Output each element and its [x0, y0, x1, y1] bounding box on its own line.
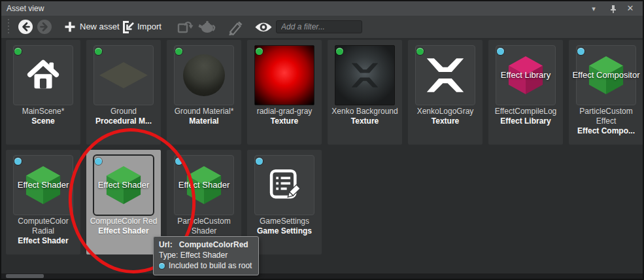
asset-type: Effect Library [489, 116, 562, 126]
asset-tile[interactable]: Effect Library EffectCompileLog Effect L… [488, 40, 563, 145]
asset-tile[interactable]: Effect Shader ComputeColor Red Effect Sh… [86, 150, 161, 254]
forward-button[interactable] [37, 20, 52, 34]
import-button[interactable] [121, 20, 135, 34]
asset-name: ComputeColor Red [87, 217, 160, 226]
asset-type: Effect Compo... [569, 126, 643, 136]
thumbnail-text: Effect Compositor [568, 70, 643, 80]
asset-labels: Xenko Background Texture [328, 107, 401, 126]
asset-name: EffectCompileLog [489, 107, 562, 116]
close-icon[interactable]: ✕ [624, 1, 636, 16]
new-asset-button[interactable] [64, 20, 76, 34]
asset-thumbnail: Effect Shader [93, 154, 154, 216]
status-dot [256, 48, 263, 55]
eye-icon [254, 21, 273, 33]
asset-type: Effect Shader [7, 236, 80, 246]
asset-type: Procedural M... [87, 116, 160, 126]
import-label[interactable]: Import [137, 20, 161, 34]
asset-thumbnail [415, 45, 475, 105]
asset-labels: EffectCompileLog Effect Library [489, 107, 562, 126]
back-button[interactable] [18, 20, 33, 34]
xenko-logo-icon [350, 63, 379, 88]
asset-name: Ground Material* [167, 107, 241, 116]
status-dot [497, 48, 504, 55]
asset-type: Scene [7, 116, 80, 126]
asset-type: Material [167, 116, 241, 126]
asset-thumbnail: Effect Library [496, 45, 556, 105]
asset-labels: XenkoLogoGray Texture [409, 107, 482, 126]
asset-labels: radial-grad-gray Texture [248, 107, 321, 126]
back-arrow-icon [18, 20, 33, 34]
edit-pencil-icon[interactable] [226, 20, 243, 34]
thumbnail-text: Effect Shader [165, 180, 243, 190]
panel-menu-chevron-icon[interactable]: ▾ [588, 1, 600, 16]
scrollbar-thumb[interactable] [6, 274, 44, 278]
asset-labels: GameSettings Game Settings [248, 217, 321, 236]
asset-thumbnail [254, 155, 314, 215]
status-dot [416, 48, 424, 55]
asset-name: ParticleCustom Shader [167, 217, 241, 236]
asset-type: Texture [248, 116, 321, 126]
asset-tile[interactable]: Ground Material* Material [167, 40, 241, 145]
status-dot [95, 48, 102, 55]
material-sphere-icon [183, 54, 225, 96]
status-dot [336, 48, 343, 55]
asset-thumbnail: Effect Compositor [576, 45, 636, 105]
status-dot [14, 48, 22, 55]
asset-name: Ground [87, 107, 160, 116]
import-icon [121, 20, 135, 34]
asset-tile[interactable]: MainScene* Scene [6, 40, 80, 145]
asset-tile[interactable]: Xenko Background Texture [328, 40, 402, 145]
tooltip-build-line: Included to build as root [169, 260, 252, 271]
toolbar-grip[interactable] [8, 19, 9, 35]
forward-arrow-icon [37, 20, 52, 34]
status-dot [256, 158, 263, 165]
filter-input[interactable] [276, 20, 362, 33]
xenko-logo-icon [425, 58, 466, 93]
asset-tile[interactable]: XenkoLogoGray Texture [408, 40, 483, 145]
view-options-eye-button[interactable] [254, 21, 273, 35]
panel-titlebar: Asset view ▾ ✕ [1, 1, 643, 16]
asset-name: ComputeColor Radial [7, 217, 80, 236]
tooltip-url-value: ComputeColorRed [179, 239, 248, 250]
new-asset-label[interactable]: New asset [80, 20, 120, 34]
export-package-icon [177, 20, 194, 34]
status-dot [14, 158, 22, 165]
asset-tile[interactable]: Effect Shader ComputeColor Radial Effect… [6, 150, 80, 254]
asset-thumbnail [93, 45, 154, 105]
asset-tile[interactable]: Ground Procedural M... [86, 40, 161, 145]
ground-plane-icon [99, 61, 148, 89]
asset-thumbnail [13, 45, 73, 105]
asset-name: GameSettings [248, 217, 321, 226]
export-package-button[interactable] [177, 20, 194, 34]
pin-icon[interactable] [607, 1, 619, 16]
asset-type: Game Settings [248, 226, 321, 236]
asset-type: Texture [328, 116, 401, 126]
tooltip-url-label: Url: [159, 239, 173, 250]
horizontal-scrollbar [1, 273, 643, 279]
build-status-dot [159, 263, 165, 269]
teapot-icon[interactable] [197, 20, 217, 34]
asset-tile[interactable]: radial-grad-gray Texture [247, 40, 322, 145]
asset-tooltip: Url: ComputeColorRed Type: Effect Shader… [153, 236, 259, 275]
asset-tile[interactable]: Effect Compositor ParticleCustom Effect … [569, 40, 643, 145]
thumbnail-text: Effect Shader [85, 180, 162, 190]
tooltip-type-line: Type: Effect Shader [159, 250, 252, 260]
thumbnail-text: Effect Shader [5, 180, 82, 190]
asset-name: radial-grad-gray [248, 107, 321, 116]
asset-thumbnail: Effect Shader [13, 155, 73, 215]
asset-name: Xenko Background [328, 107, 401, 116]
asset-labels: ComputeColor Red Effect Shader [87, 217, 160, 236]
plus-icon [64, 20, 76, 34]
asset-labels: Ground Procedural M... [87, 107, 160, 126]
house-icon [25, 58, 61, 93]
status-dot [175, 48, 182, 55]
asset-name: ParticleCustom Effect [569, 107, 643, 126]
asset-name: MainScene* [7, 107, 80, 116]
status-dot [95, 158, 102, 165]
status-dot [175, 158, 182, 165]
asset-labels: MainScene* Scene [7, 107, 80, 126]
asset-labels: ParticleCustom Effect Effect Compo... [569, 107, 643, 136]
asset-grid: MainScene* Scene Ground Procedural M... … [1, 38, 643, 279]
asset-labels: Ground Material* Material [167, 107, 241, 126]
game-settings-icon [265, 166, 303, 204]
